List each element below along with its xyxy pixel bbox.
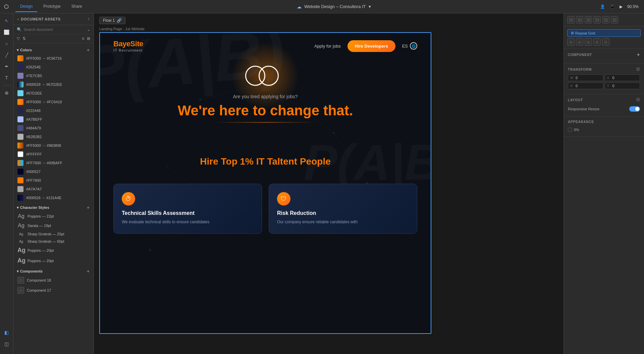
component-btn-5[interactable]: □ (602, 38, 609, 46)
components-section-header[interactable]: ▾ Components + (13, 266, 94, 275)
list-item[interactable]: #484A79 (13, 124, 94, 132)
component-icon: □ (17, 287, 24, 294)
component-btn-4[interactable]: □ (593, 38, 601, 46)
y-input[interactable]: Y 0 (605, 82, 640, 89)
list-item[interactable]: #FF9300 → #FC6418 (13, 98, 94, 106)
list-item[interactable]: □ Component 17 (13, 285, 94, 295)
list-item[interactable]: #B2B2B2 (13, 132, 94, 141)
chevron-components-icon: ▾ (17, 269, 19, 274)
chevron-colors-icon: ▾ (17, 48, 19, 52)
list-item[interactable]: #26254E (13, 63, 94, 71)
device-icon[interactable]: 📱 (610, 4, 615, 9)
list-item[interactable]: #FF9300 → #983808 (13, 141, 94, 150)
list-item[interactable]: #000526 → #131A4E (13, 193, 94, 202)
back-icon[interactable]: ‹ (17, 17, 19, 21)
zoom-level[interactable]: 90.5% (627, 4, 639, 9)
list-item[interactable]: Ag Poppins — 22pt (13, 212, 94, 221)
component-btn-2[interactable]: □ (576, 38, 583, 46)
play-icon[interactable]: ▶ (620, 4, 623, 9)
nav-lang-code[interactable]: ES (402, 44, 408, 49)
list-item[interactable]: #FF7600 → #00BAFF (13, 159, 94, 167)
list-item[interactable]: Ag Sarala — 19pt (13, 221, 94, 230)
char-label: Sarala — 19pt (28, 224, 51, 228)
list-item[interactable]: Ag Sharp Grotesk — 60pt (13, 238, 94, 245)
list-item[interactable]: Ag Poppins — 20pt (13, 245, 94, 255)
list-item[interactable]: #67D2EE (13, 89, 94, 98)
grid-view-icon[interactable]: ⊞ (87, 36, 90, 41)
align-top-button[interactable]: ⬛ (593, 16, 601, 23)
list-item[interactable]: #FFFFFF (13, 150, 94, 159)
select-tool[interactable]: ↖ (2, 16, 11, 25)
ellipse-tool[interactable]: ○ (2, 39, 11, 48)
sort-icon[interactable]: ⇅ (22, 36, 26, 41)
width-input[interactable]: W 0 (568, 74, 603, 81)
list-item[interactable]: Ag Sharp Grotesk — 25pt (13, 230, 94, 238)
share-icon[interactable]: ↑ (88, 17, 90, 21)
char-preview: Ag (17, 213, 25, 219)
pen-tool[interactable]: ✒ (2, 62, 11, 71)
list-item[interactable]: #A7A7A7 (13, 185, 94, 193)
color-label: #FFFFFF (26, 152, 42, 156)
color-label: #26254E (26, 65, 41, 69)
layers-icon[interactable]: ◧ (2, 328, 11, 337)
text-tool[interactable]: T (2, 73, 11, 82)
tab-design[interactable]: Design (15, 1, 37, 12)
list-item[interactable]: Ag Poppins — 20pt (13, 255, 94, 266)
char-label: Sharp Grotesk — 60pt (28, 239, 64, 243)
globe-icon[interactable]: 🌐 (410, 42, 417, 50)
list-view-icon[interactable]: ≡ (82, 36, 84, 41)
line-tool[interactable]: ╱ (2, 50, 11, 60)
align-center-v-button[interactable]: ⬛ (602, 16, 609, 23)
x-input[interactable]: X 0 (605, 74, 640, 81)
responsive-resize-row: Responsive Resize (568, 105, 640, 113)
flow-tag[interactable]: Flow 1 🔗 (99, 17, 125, 24)
artboard-wrapper: Landing Page - 1st Website P(A|B) P(A|B) (99, 27, 558, 334)
tab-prototype[interactable]: Prototype (39, 1, 65, 12)
filter-icon[interactable]: ▽ (17, 36, 20, 41)
opacity-checkbox[interactable] (568, 128, 572, 132)
color-label: #B2B2B2 (26, 135, 42, 139)
topbar: ⬡ Design Prototype Share ☁ Website Desig… (0, 0, 644, 13)
align-right-button[interactable]: ⬛ (585, 16, 592, 23)
nav-lang: ES 🌐 (402, 42, 417, 50)
character-styles-section-header[interactable]: ▾ Character Styles + (13, 202, 94, 212)
add-color-button[interactable]: + (87, 47, 90, 53)
color-swatch (17, 99, 23, 105)
list-item[interactable]: □ Component 18 (13, 275, 94, 285)
add-component-button[interactable]: + (87, 269, 90, 274)
list-item[interactable]: #000527 (13, 167, 94, 176)
user-icon[interactable]: 👤 (600, 4, 605, 9)
repeat-grid-button[interactable]: ⊞ Repeat Grid (567, 29, 641, 37)
responsive-resize-toggle[interactable] (629, 106, 640, 112)
dropdown-arrow[interactable]: ▾ (369, 4, 371, 9)
align-center-h-button[interactable]: ⬛ (576, 16, 583, 23)
height-input[interactable]: H 0 (568, 82, 603, 89)
list-item[interactable]: #222448 (13, 106, 94, 115)
nav-cta-button[interactable]: Hire Developers (347, 40, 395, 52)
list-item[interactable]: #000528 → #67D2EE (13, 80, 94, 89)
list-item[interactable]: #FF9300 → #C66716 (13, 54, 94, 63)
component-btn-3[interactable]: □ (585, 38, 592, 46)
component-actions: □ □ □ □ □ (567, 38, 641, 46)
responsive-resize-label: Responsive Resize (568, 107, 599, 111)
search-tool[interactable]: ⊕ (2, 88, 11, 98)
chevron-down-icon[interactable]: ⌄ (87, 27, 90, 32)
cards-section: ⏱ Technical Skills Assessment We evaluat… (100, 177, 431, 240)
list-item[interactable]: #7E7CB5 (13, 71, 94, 80)
align-left-button[interactable]: ⬛ (567, 16, 575, 23)
list-item[interactable]: #FF7600 (13, 176, 94, 185)
search-input[interactable] (24, 27, 85, 32)
align-bottom-button[interactable]: ⬛ (611, 16, 618, 23)
char-label: Poppins — 20pt (28, 259, 54, 263)
component-add-icon[interactable]: + (637, 52, 640, 57)
tab-share[interactable]: Share (67, 1, 87, 12)
component-btn-1[interactable]: □ (567, 38, 575, 46)
hero-title-prefix: We're here to (178, 103, 270, 118)
assets-icon[interactable]: ◫ (2, 339, 11, 349)
add-char-style-button[interactable]: + (87, 205, 90, 210)
card-2-desc: Our company ensure reliable candidates w… (277, 219, 409, 225)
nav-link-apply[interactable]: Apply for jobs (314, 44, 341, 49)
rectangle-tool[interactable]: ⬜ (2, 27, 11, 37)
colors-section-header[interactable]: ▾ Colors + (13, 45, 94, 54)
list-item[interactable]: #A7BEFF (13, 115, 94, 124)
